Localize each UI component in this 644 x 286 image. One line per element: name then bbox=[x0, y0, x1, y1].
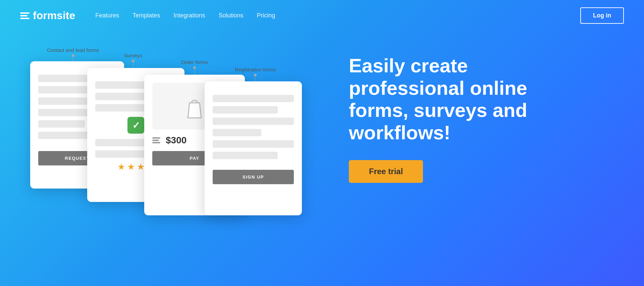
field-line bbox=[213, 140, 294, 148]
bag-icon bbox=[183, 93, 206, 120]
star-1: ★ bbox=[117, 162, 125, 172]
lines-icon bbox=[152, 137, 160, 143]
nav-pricing[interactable]: Pricing bbox=[257, 12, 275, 19]
forms-illustration: Contact and lead forms Surveys Order for… bbox=[20, 34, 329, 249]
label-dot bbox=[254, 74, 257, 76]
card-registration-fields bbox=[213, 95, 294, 159]
field-line bbox=[213, 152, 278, 159]
right-content: Easily create professional online forms,… bbox=[329, 34, 624, 183]
field-line bbox=[213, 95, 294, 102]
logo-icon bbox=[20, 12, 30, 19]
field-line bbox=[213, 129, 261, 136]
signup-button[interactable]: SIGN UP bbox=[213, 170, 294, 184]
main-content: Contact and lead forms Surveys Order for… bbox=[0, 34, 644, 249]
nav-solutions[interactable]: Solutions bbox=[218, 12, 243, 19]
free-trial-button[interactable]: Free trial bbox=[349, 160, 423, 183]
label-dot bbox=[132, 60, 135, 62]
star-3: ★ bbox=[137, 162, 145, 172]
nav-integrations[interactable]: Integrations bbox=[173, 12, 205, 19]
card-registration: SIGN UP bbox=[205, 81, 302, 215]
logo-text: formsite bbox=[33, 9, 75, 22]
nav-templates[interactable]: Templates bbox=[132, 12, 160, 19]
label-dot bbox=[72, 54, 74, 57]
price-amount: $300 bbox=[166, 135, 186, 146]
nav-features[interactable]: Features bbox=[95, 12, 119, 19]
field-line bbox=[38, 120, 85, 128]
login-button[interactable]: Log in bbox=[580, 7, 624, 24]
logo[interactable]: formsite bbox=[20, 9, 75, 22]
star-2: ★ bbox=[127, 162, 135, 172]
label-dot bbox=[193, 66, 196, 69]
nav: Features Templates Integrations Solution… bbox=[95, 12, 275, 19]
field-line bbox=[213, 106, 278, 114]
hero-title: Easily create professional online forms,… bbox=[349, 55, 564, 144]
header: formsite Features Templates Integrations… bbox=[0, 0, 644, 31]
green-checkbox-icon bbox=[127, 117, 144, 134]
field-line bbox=[213, 118, 294, 125]
